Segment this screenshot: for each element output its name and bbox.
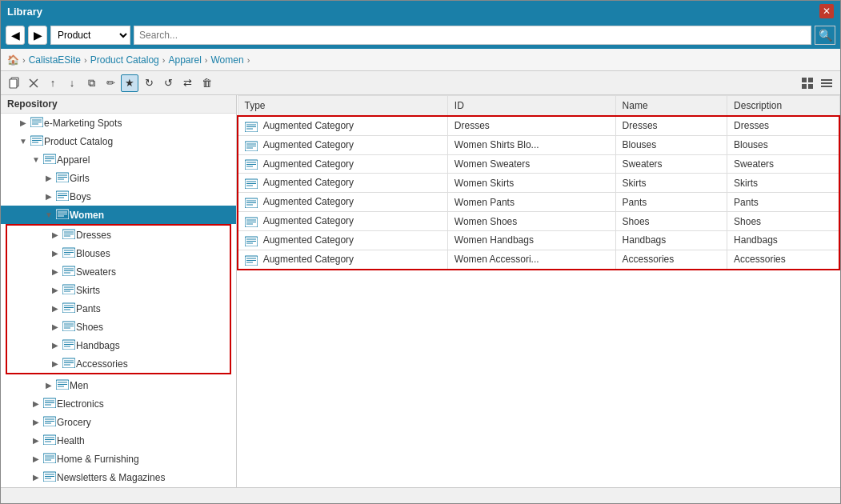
tree-item-pants[interactable]: ▶ Pants [7,299,230,318]
col-header-id[interactable]: ID [447,96,615,117]
back-button[interactable]: ◀ [6,26,25,45]
col-header-name[interactable]: Name [615,96,727,117]
forward-button[interactable]: ▶ [28,26,47,45]
tree-item-girls[interactable]: ▶ Girls [1,169,236,187]
delete-tool-btn[interactable]: 🗑 [198,74,215,92]
tree-item-women[interactable]: ▼ Women [1,206,236,224]
move-down-tool-btn[interactable]: ↓ [63,74,81,92]
table-row[interactable]: Augmented Category Women Pants Pants Pan… [238,193,839,212]
tree-label-shoes: Shoes [76,322,103,333]
cell-type: Augmented Category [238,154,447,174]
edit-tool-btn[interactable]: ✏ [102,74,119,92]
row-type-icon [245,178,258,189]
table-row[interactable]: Augmented Category Women Accessori... Ac… [238,250,839,269]
breadcrumb-bar: 🏠 › CalistaESite › Product Catalog › App… [1,49,840,71]
move-up-tool-btn[interactable]: ↑ [44,74,62,92]
svg-rect-9 [821,82,832,84]
tree-item-apparel[interactable]: ▼ Apparel [1,150,236,169]
table-row[interactable]: Augmented Category Women Shirts Blo... B… [238,135,839,154]
svg-rect-10 [821,86,832,87]
tree-label-women: Women [70,210,104,221]
cell-description: Shoes [727,212,839,231]
row-type-icon [245,254,258,266]
sync-tool-btn[interactable]: ⇄ [178,74,196,92]
expand-arrow-grocery: ▶ [30,418,42,426]
col-header-description[interactable]: Description [727,96,839,117]
row-type-icon [245,235,258,246]
list-view-btn[interactable] [818,74,835,92]
tree-label-grocery: Grocery [57,417,91,428]
breadcrumb-home-icon: 🏠 [7,54,19,66]
breadcrumb-women[interactable]: Women [211,54,244,66]
tree-label-electronics: Electronics [57,398,104,410]
toolbar: ↑ ↓ ⧉ ✏ ★ ↻ ↺ ⇄ 🗑 [1,71,840,95]
tree-item-sweaters[interactable]: ▶ Sweaters [7,262,230,281]
cell-type: Augmented Category [238,193,447,212]
search-button[interactable]: 🔍 [815,26,835,45]
tree-icon-accessories [62,357,76,370]
tree-item-accessories[interactable]: ▶ Accessories [7,354,230,373]
svg-rect-7 [808,84,813,89]
breadcrumb-apparel[interactable]: Apparel [168,54,201,66]
expand-arrow-product-catalog: ▼ [17,137,30,146]
tree-item-dresses[interactable]: ▶ Dresses [7,226,230,244]
search-input[interactable] [134,26,811,45]
table-body: Augmented Category Dresses Dresses Dress… [238,116,839,270]
clone-tool-btn[interactable]: ⧉ [82,74,100,92]
tree-label-dresses: Dresses [76,230,111,241]
cell-type: Augmented Category [238,135,447,154]
bookmark-tool-btn[interactable]: ★ [121,74,138,92]
cell-name: Dresses [615,116,727,135]
refresh-tool-btn[interactable]: ↻ [140,74,158,92]
reload-tool-btn[interactable]: ↺ [159,74,177,92]
cell-name: Skirts [615,174,727,193]
tree-icon-dresses [62,228,76,242]
expand-arrow-accessories: ▶ [49,359,62,368]
table-row[interactable]: Augmented Category Women Shoes Shoes Sho… [238,212,839,231]
tree-item-product-catalog[interactable]: ▼ Product Catalog [1,132,236,150]
copy-tool-btn[interactable] [6,74,23,92]
cell-type: Augmented Category [238,230,447,250]
expand-arrow-men: ▶ [42,381,55,390]
tree-item-handbags[interactable]: ▶ Handbags [7,336,230,354]
tree-item-shoes[interactable]: ▶ Shoes [7,318,230,336]
tree-icon-product-catalog [30,134,44,148]
expand-arrow-handbags: ▶ [49,341,62,350]
breadcrumb-product-catalog[interactable]: Product Catalog [90,54,159,66]
tree-icon-boys [55,190,70,203]
grid-view-btn[interactable] [799,74,816,92]
window-title: Library [7,6,42,18]
table-row[interactable]: Augmented Category Dresses Dresses Dress… [238,116,839,135]
cut-tool-btn[interactable] [25,74,42,92]
nav-select[interactable]: Product [50,26,130,45]
table-row[interactable]: Augmented Category Women Skirts Skirts S… [238,174,839,193]
tree-label-blouses: Blouses [76,248,110,259]
tree-item-grocery[interactable]: ▶ Grocery [1,413,236,431]
tree-item-newsletters[interactable]: ▶ Newsletters & Magazines [1,468,236,486]
tree-item-men[interactable]: ▶ Men [1,376,236,394]
close-button[interactable]: ✕ [819,4,834,18]
tree-label-girls: Girls [70,173,90,184]
highlighted-children: ▶ Dresses ▶ Blouses [6,224,231,374]
breadcrumb-calista[interactable]: CalistaESite [29,54,81,66]
tree-item-electronics[interactable]: ▶ Electronics [1,394,236,413]
expand-arrow-blouses: ▶ [49,249,62,258]
tree-label-skirts: Skirts [76,285,100,296]
col-header-type[interactable]: Type [238,96,447,117]
tree-item-skirts[interactable]: ▶ Skirts [7,281,230,299]
tree-item-home-furnishing[interactable]: ▶ Home & Furnishing [1,450,236,468]
expand-arrow-apparel: ▼ [30,155,42,164]
tree-label-health: Health [57,435,85,446]
tree-label-boys: Boys [70,191,91,202]
tree-item-e-marketing[interactable]: ▶ e-Marketing Spots [1,114,236,132]
expand-arrow-boys: ▶ [42,192,55,201]
table-row[interactable]: Augmented Category Women Sweaters Sweate… [238,154,839,174]
tree-item-boys[interactable]: ▶ Boys [1,187,236,206]
cell-id: Women Shirts Blo... [447,135,615,154]
table-row[interactable]: Augmented Category Women Handbags Handba… [238,230,839,250]
tree-icon-electronics [42,397,57,410]
cell-description: Accessories [727,250,839,269]
cell-type: Augmented Category [238,174,447,193]
tree-item-blouses[interactable]: ▶ Blouses [7,244,230,262]
tree-item-health[interactable]: ▶ Health [1,431,236,450]
